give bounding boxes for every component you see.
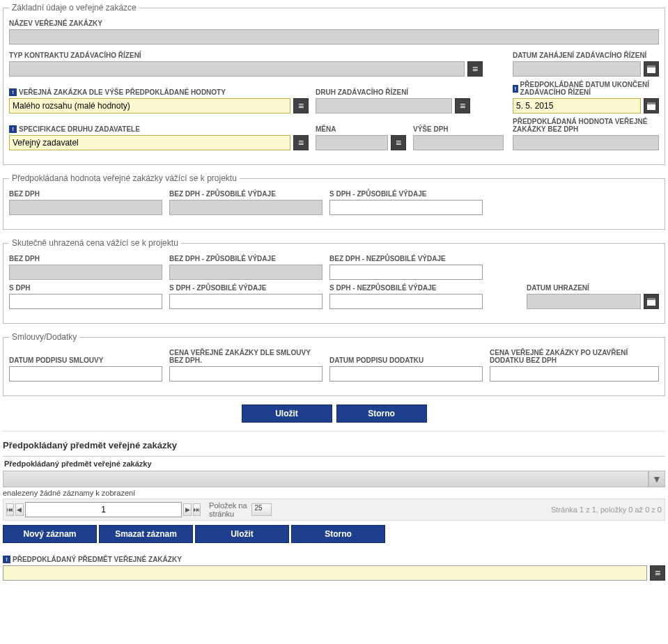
basic-info-legend: Základní údaje o veřejné zakázce [9,3,139,13]
pager-page-input[interactable] [25,502,182,517]
authority-spec-input[interactable] [9,135,290,150]
items-per-page-label: Položek na stránku [209,501,247,518]
required-icon: ! [513,85,518,93]
paid-no-vat-input [9,265,162,280]
est-no-vat-eligible-input [169,200,323,215]
paid-with-vat-ineligible-input[interactable] [329,294,483,309]
payment-date-calendar-button[interactable] [644,294,659,309]
vz-by-value-picker-button[interactable] [293,98,309,113]
pager-next-button[interactable]: ▶ [183,503,191,516]
contract-sign-date-input[interactable] [9,366,162,382]
contracts-fieldset: Smlouvy/Dodatky DATUM PODPISU SMLOUVY CE… [3,332,665,396]
paid-no-vat-eligible-input [169,265,323,280]
subject-field-label: ! PŘEDPOKLÁDANÝ PŘEDMĚT VEŘEJNÉ ZAKÁZKY [3,556,665,563]
contract-sign-date-label: DATUM PODPISU SMLOUVY [9,356,162,364]
filter-toggle-button[interactable]: ▼ [648,471,665,487]
addendum-price-input[interactable] [490,366,659,382]
basic-info-fieldset: Základní údaje o veřejné zakázce NÁZEV V… [3,3,665,165]
estimated-project-value-legend: Předpokládaná hodnota veřejné zakázky vá… [9,173,240,183]
save-record-button[interactable]: Uložit [195,525,289,543]
pager-first-button[interactable]: ⏮ [6,503,14,516]
save-button[interactable]: Uložit [242,405,332,423]
delete-record-button[interactable]: Smazat záznam [99,525,193,543]
cancel-button[interactable]: Storno [336,405,427,423]
start-date-input [513,61,641,77]
start-date-calendar-button[interactable] [644,61,659,77]
estimated-value-label: PŘEDPOKLÁDANÁ HODNOTA VEŘEJNÉ ZAKÁZKY BE… [513,118,659,133]
proc-type-input [316,98,452,113]
contract-type-input [9,61,465,77]
vat-rate-label: VÝŠE DPH [413,125,504,133]
items-per-page-select[interactable]: 25 [251,503,272,516]
est-with-vat-eligible-label: S DPH - ZPŮSOBILÉ VÝDAJE [329,190,483,198]
addendum-price-label: CENA VEŘEJNÉ ZAKÁZKY PO UZAVŘENÍ DODATKU… [490,349,659,364]
paid-with-vat-input[interactable] [9,294,162,309]
cancel-record-button[interactable]: Storno [291,525,385,543]
no-records-text: enalezeny žádné záznamy k zobrazení [3,487,665,498]
end-date-label: ! PŘEDPOKLÁDANÉ DATUM UKONČENÍ ZADÁVACÍH… [513,81,659,96]
pager-info: Stránka 1 z 1, položky 0 až 0 z 0 [551,505,662,514]
name-input [9,29,659,45]
currency-picker-button[interactable] [391,135,406,150]
subject-picker-button[interactable] [650,565,665,581]
authority-spec-picker-button[interactable] [293,135,309,150]
paid-with-vat-ineligible-label: S DPH - NEZPŮSOBILÉ VÝDAJE [329,284,483,292]
currency-input [316,135,388,150]
start-date-label: DATUM ZAHÁJENÍ ZADÁVACÍHO ŘÍZENÍ [513,52,659,59]
end-date-calendar-button[interactable] [644,98,659,113]
est-no-vat-eligible-label: BEZ DPH - ZPŮSOBILÉ VÝDAJE [169,190,323,198]
new-record-button[interactable]: Nový záznam [3,525,97,543]
subject-grid-header: Předpokládaný předmět veřejné zakázky [3,456,665,471]
contracts-legend: Smlouvy/Dodatky [9,332,79,342]
est-with-vat-eligible-input[interactable] [329,200,483,215]
subject-section-title: Předpokládaný předmět veřejné zakázky [3,440,665,450]
contract-price-input[interactable] [169,366,323,382]
contract-type-picker-button[interactable] [467,61,483,77]
subject-input[interactable] [3,565,647,581]
estimated-project-value-fieldset: Předpokládaná hodnota veřejné zakázky vá… [3,173,665,230]
estimated-value-input [513,135,659,150]
vat-rate-input [413,135,504,150]
proc-type-picker-button[interactable] [455,98,470,113]
pager-last-button[interactable]: ⏭ [193,503,201,516]
authority-spec-label: ! SPECIFIKACE DRUHU ZADAVATELE [9,125,309,133]
paid-no-vat-label: BEZ DPH [9,255,162,262]
payment-date-input [527,294,641,309]
name-label: NÁZEV VEŘEJNÉ ZAKÁZKY [9,19,659,27]
pager-prev-button[interactable]: ◀ [15,503,23,516]
paid-with-vat-eligible-input[interactable] [169,294,323,309]
required-icon: ! [3,556,10,563]
currency-label: MĚNA [316,125,406,133]
vz-by-value-label: ! VEŘEJNÁ ZAKÁZKA DLE VÝŠE PŘEDPOKLÁDANÉ… [9,88,309,96]
est-no-vat-label: BEZ DPH [9,190,162,198]
proc-type-label: DRUH ZADÁVACÍHO ŘÍZENÍ [316,88,470,96]
addendum-sign-date-input[interactable] [329,366,483,382]
end-date-input[interactable] [513,98,641,113]
addendum-sign-date-label: DATUM PODPISU DODATKU [329,356,483,364]
vz-by-value-input[interactable] [9,98,290,113]
paid-no-vat-ineligible-input[interactable] [329,265,483,280]
pager: ⏮ ◀ ▶ ⏭ Položek na stránku 25 Stránka 1 … [3,498,665,521]
actual-paid-legend: Skutečně uhrazená cena vážící se k proje… [9,238,181,248]
required-icon: ! [9,88,17,96]
required-icon: ! [9,125,17,133]
paid-with-vat-eligible-label: S DPH - ZPŮSOBILÉ VÝDAJE [169,284,323,292]
payment-date-label: DATUM UHRAZENÍ [527,284,659,292]
contract-price-label: CENA VEŘEJNÉ ZAKÁZKY DLE SMLOUVY BEZ DPH… [169,349,323,364]
grid-body [3,471,648,487]
paid-with-vat-label: S DPH [9,284,162,292]
est-no-vat-input [9,200,162,215]
paid-no-vat-eligible-label: BEZ DPH - ZPŮSOBILÉ VÝDAJE [169,255,323,262]
paid-no-vat-ineligible-label: BEZ DPH - NEZPŮSOBILÉ VÝDAJE [329,255,483,262]
actual-paid-fieldset: Skutečně uhrazená cena vážící se k proje… [3,238,665,324]
contract-type-label: TYP KONTRAKTU ZADÁVACÍHO ŘÍZENÍ [9,52,483,59]
